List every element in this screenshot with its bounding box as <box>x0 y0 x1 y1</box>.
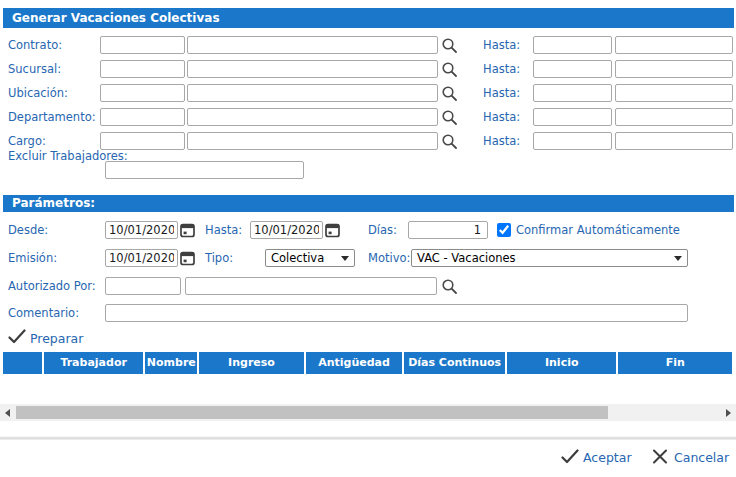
generar-vacaciones-window: Generar Vacaciones Colectivas Contrato: … <box>0 0 736 477</box>
aceptar-label: Aceptar <box>583 450 632 465</box>
autorizado-row: Autorizado Por: <box>0 277 736 297</box>
contrato-hasta-code-input[interactable] <box>533 36 612 54</box>
cargo-hasta-label: Hasta: <box>483 134 520 148</box>
departamento-description-input[interactable] <box>187 108 438 126</box>
cargo-hasta-description-input[interactable] <box>615 132 733 150</box>
autorizado-description-input[interactable] <box>185 277 437 295</box>
ubicacion-label: Ubicación: <box>8 86 68 100</box>
search-icon[interactable] <box>441 85 458 102</box>
table-header: Trabajador Nombre Ingreso Antigüedad Día… <box>3 352 734 374</box>
sucursal-hasta-description-input[interactable] <box>615 60 733 78</box>
search-icon[interactable] <box>441 61 458 78</box>
sucursal-description-input[interactable] <box>187 60 438 78</box>
ubicacion-hasta-code-input[interactable] <box>533 84 612 102</box>
confirmar-automaticamente-label: Confirmar Automáticamente <box>516 223 680 237</box>
calendar-icon[interactable] <box>180 222 195 241</box>
parametros-section-bar: Parámetros: <box>3 195 734 212</box>
triangle-left-icon <box>5 409 10 417</box>
desde-label: Desde: <box>8 223 48 237</box>
departamento-hasta-description-input[interactable] <box>615 108 733 126</box>
confirmar-automaticamente-checkbox[interactable] <box>497 223 511 237</box>
dias-input[interactable] <box>408 221 488 239</box>
contrato-hasta-description-input[interactable] <box>615 36 733 54</box>
departamento-hasta-label: Hasta: <box>483 110 520 124</box>
chevron-down-icon <box>341 256 349 261</box>
footer-divider <box>0 436 736 440</box>
cargo-hasta-code-input[interactable] <box>533 132 612 150</box>
ubicacion-description-input[interactable] <box>187 84 438 102</box>
cargo-description-input[interactable] <box>187 132 438 150</box>
chevron-down-icon <box>674 256 682 261</box>
preparar-label: Preparar <box>30 331 83 346</box>
emision-label: Emisión: <box>8 251 57 265</box>
comentario-label: Comentario: <box>8 306 79 320</box>
excluir-trabajadores-label: Excluir Trabajadores: <box>8 150 100 163</box>
ubicacion-code-input[interactable] <box>100 84 185 102</box>
column-header-nombre[interactable]: Nombre <box>145 352 199 374</box>
comentario-input[interactable] <box>105 304 688 322</box>
tipo-label: Tipo: <box>205 251 233 265</box>
excluir-trabajadores-input[interactable] <box>105 161 304 179</box>
contrato-label: Contrato: <box>8 38 62 52</box>
column-header-dias-continuos[interactable]: Días Continuos <box>404 352 507 374</box>
ubicacion-hasta-label: Hasta: <box>483 86 520 100</box>
column-header-inicio[interactable]: Inicio <box>507 352 619 374</box>
search-icon[interactable] <box>441 109 458 126</box>
departamento-row: Departamento: Hasta: <box>0 108 736 128</box>
search-icon[interactable] <box>441 278 458 295</box>
ubicacion-hasta-description-input[interactable] <box>615 84 733 102</box>
motivo-selected-value: VAC - Vacaciones <box>417 251 516 265</box>
search-icon[interactable] <box>441 133 458 150</box>
parametros-header: Parámetros: <box>12 196 95 210</box>
departamento-hasta-code-input[interactable] <box>533 108 612 126</box>
autorizado-code-input[interactable] <box>105 277 181 295</box>
check-icon <box>561 449 579 467</box>
scrollbar-thumb[interactable] <box>16 406 608 419</box>
emision-date-input[interactable] <box>105 249 178 267</box>
page-title: Generar Vacaciones Colectivas <box>12 11 220 25</box>
comentario-row: Comentario: <box>0 304 736 324</box>
column-header-antiguedad[interactable]: Antigüedad <box>306 352 405 374</box>
desde-row: Desde: Hasta: Días: Confirmar Automática… <box>0 221 736 241</box>
calendar-icon[interactable] <box>180 250 195 269</box>
horizontal-scrollbar[interactable] <box>0 404 736 421</box>
sucursal-hasta-code-input[interactable] <box>533 60 612 78</box>
check-icon <box>8 329 26 344</box>
sucursal-label: Sucursal: <box>8 62 61 76</box>
autorizado-por-label: Autorizado Por: <box>8 279 96 293</box>
contrato-row: Contrato: Hasta: <box>0 36 736 56</box>
scroll-left-button[interactable] <box>0 404 15 421</box>
window-title-bar: Generar Vacaciones Colectivas <box>3 8 734 28</box>
triangle-right-icon <box>726 409 731 417</box>
cargo-code-input[interactable] <box>100 132 185 150</box>
preparar-button[interactable]: Preparar <box>8 329 26 347</box>
desde-date-input[interactable] <box>105 221 178 239</box>
hasta-date-input[interactable] <box>250 221 323 239</box>
contrato-code-input[interactable] <box>100 36 185 54</box>
column-header-selector <box>3 352 44 374</box>
column-header-trabajador[interactable]: Trabajador <box>44 352 146 374</box>
ubicacion-row: Ubicación: Hasta: <box>0 84 736 104</box>
cargo-label: Cargo: <box>8 134 46 148</box>
scroll-right-button[interactable] <box>721 404 736 421</box>
motivo-label: Motivo: <box>368 251 410 265</box>
calendar-icon[interactable] <box>325 222 340 241</box>
sucursal-hasta-label: Hasta: <box>483 62 520 76</box>
tipo-selected-value: Colectiva <box>271 251 324 265</box>
column-header-ingreso[interactable]: Ingreso <box>199 352 306 374</box>
sucursal-code-input[interactable] <box>100 60 185 78</box>
contrato-hasta-label: Hasta: <box>483 38 520 52</box>
emision-row: Emisión: Tipo: Colectiva Motivo: VAC - V… <box>0 249 736 269</box>
cancelar-button[interactable]: Cancelar <box>652 447 724 467</box>
search-icon[interactable] <box>441 37 458 54</box>
sucursal-row: Sucursal: Hasta: <box>0 60 736 80</box>
tipo-select[interactable]: Colectiva <box>265 249 355 267</box>
motivo-select[interactable]: VAC - Vacaciones <box>411 249 688 267</box>
column-header-fin[interactable]: Fin <box>618 352 734 374</box>
dias-label: Días: <box>368 223 397 237</box>
contrato-description-input[interactable] <box>187 36 438 54</box>
departamento-label: Departamento: <box>8 110 96 124</box>
cancelar-label: Cancelar <box>674 450 729 465</box>
aceptar-button[interactable]: Aceptar <box>561 447 633 467</box>
departamento-code-input[interactable] <box>100 108 185 126</box>
